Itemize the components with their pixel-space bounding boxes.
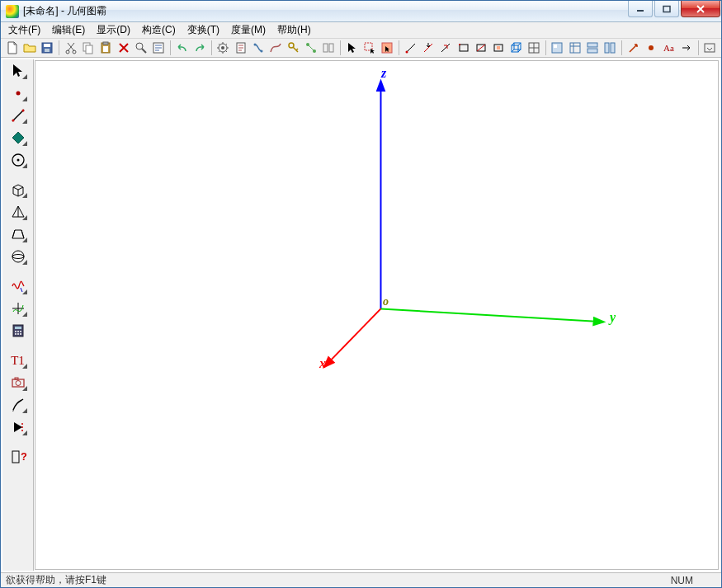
status-num: NUM [671,575,716,586]
svg-rect-38 [588,43,597,47]
dropdown-icon [22,193,27,198]
dropdown-icon [22,238,27,242]
menu-display[interactable]: 显示(D) [91,21,136,39]
play-tool[interactable] [7,417,29,437]
frustum-tool[interactable] [7,224,29,244]
z-axis-label: z [381,66,386,81]
tetrahedron-tool[interactable] [7,202,29,222]
menu-measure[interactable]: 度量(M) [225,21,271,39]
dropdown-icon [22,260,27,265]
align-button[interactable] [320,39,337,57]
select-region-button[interactable] [379,39,396,57]
link-button[interactable] [249,39,267,57]
arrow-button[interactable] [677,39,695,57]
seg-b-button[interactable] [419,39,437,57]
panel-c-button[interactable] [583,39,601,57]
menu-transform[interactable]: 变换(T) [182,21,225,39]
separator [340,40,341,55]
find-button[interactable] [132,39,149,57]
select-rect-button[interactable] [361,39,378,57]
svg-rect-11 [103,46,108,52]
maximize-button[interactable] [654,1,679,17]
menu-construct[interactable]: 构造(C) [136,21,182,39]
key-button[interactable] [285,39,302,57]
window-controls [628,1,721,17]
panel-d-button[interactable] [602,39,619,57]
cube-tool[interactable] [7,180,29,200]
graph-tool[interactable] [7,299,29,318]
menu-help[interactable]: 帮助(H) [271,21,317,39]
paste-button[interactable] [97,39,115,57]
help-tool[interactable]: ? [7,447,29,467]
menu-edit[interactable]: 编辑(E) [46,21,91,39]
svg-line-68 [380,309,602,322]
circle-tool[interactable] [7,150,29,170]
svg-rect-65 [12,451,19,463]
svg-point-42 [649,45,654,50]
menu-file[interactable]: 文件(F) [2,21,46,39]
svg-rect-27 [460,45,468,51]
box-button[interactable] [507,39,525,57]
svg-rect-3 [44,44,50,47]
canvas[interactable]: z y x o [35,60,719,570]
text-style-button[interactable]: Aa [660,39,677,57]
separator [59,40,59,55]
svg-point-17 [254,44,257,46]
window-title: [未命名] - 几何图霸 [23,4,106,18]
close-button[interactable] [681,1,720,17]
rhombus-tool[interactable] [7,128,29,148]
connect-button[interactable] [302,39,319,57]
svg-rect-1 [663,6,670,12]
open-button[interactable] [21,39,38,57]
settings-button[interactable] [215,39,232,57]
text-tool[interactable]: T1 [7,350,29,370]
cut-button[interactable] [62,39,79,57]
svg-rect-8 [86,45,92,54]
rect-a-button[interactable] [455,39,472,57]
new-button[interactable] [3,39,21,57]
dropdown-icon [22,386,27,391]
undo-button[interactable] [173,39,191,57]
svg-point-48 [17,159,19,162]
point-tool[interactable] [7,83,29,103]
calculator-tool[interactable] [7,321,29,341]
vector-button[interactable] [625,39,642,57]
main-area: T1 ? [1,58,721,572]
rect-b-button[interactable] [472,39,489,57]
pointer-button[interactable] [343,39,361,57]
rect-c-button[interactable] [490,39,507,57]
panel-b-button[interactable] [566,39,583,57]
grid-button[interactable] [525,39,542,57]
doc-button[interactable] [232,39,249,57]
svg-rect-10 [103,42,108,45]
pointer-tool[interactable] [7,61,29,81]
y-axis-label: y [610,310,616,325]
svg-point-15 [221,46,224,49]
seg-a-button[interactable] [402,39,419,57]
seg-c-button[interactable] [437,39,455,57]
minimize-button[interactable] [628,1,653,17]
overflow-button[interactable] [701,39,718,57]
sphere-tool[interactable] [7,247,29,266]
curve-button[interactable] [267,39,285,57]
dot-button[interactable] [642,39,659,57]
copy-button[interactable] [79,39,97,57]
svg-point-57 [17,333,19,335]
delete-button[interactable] [115,39,132,57]
save-button[interactable] [39,39,56,57]
svg-point-62 [21,423,23,425]
line-tool[interactable] [7,106,29,125]
text-style-label: Aa [663,43,674,53]
redo-button[interactable] [191,39,208,57]
pen-tool[interactable] [7,395,29,415]
function-tool[interactable] [7,276,29,296]
origin-label: o [383,295,389,308]
separator [621,40,622,55]
app-window: [未命名] - 几何图霸 文件(F) 编辑(E) 显示(D) 构造(C) 变换(… [0,0,722,588]
dropdown-icon [22,289,27,294]
camera-tool[interactable] [7,373,29,393]
panel-a-button[interactable] [549,39,566,57]
svg-rect-31 [497,46,500,49]
separator [698,40,699,55]
props-button[interactable] [150,39,168,57]
